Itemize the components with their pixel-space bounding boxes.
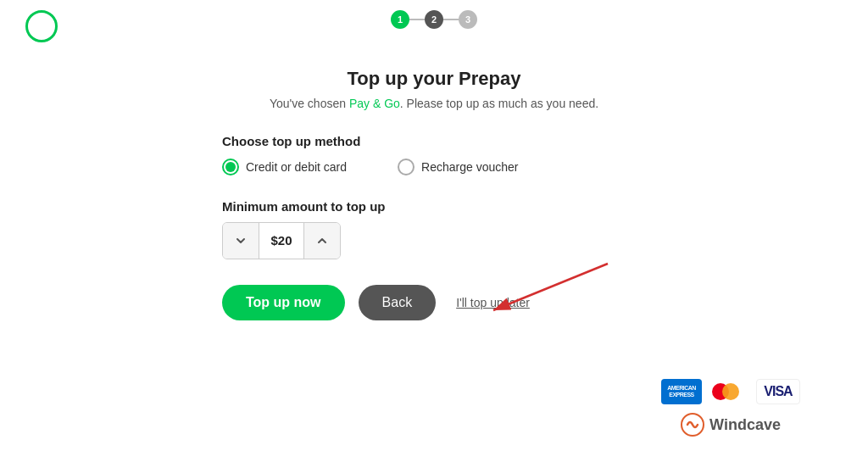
logo-circle bbox=[25, 10, 58, 42]
step-indicator: 1 2 3 bbox=[391, 10, 477, 29]
method-label: Choose top up method bbox=[222, 134, 646, 148]
step-2: 2 bbox=[425, 10, 443, 29]
mastercard-logo bbox=[709, 379, 749, 404]
windcave-text: Windcave bbox=[709, 416, 781, 434]
windcave-icon bbox=[681, 413, 704, 437]
chevron-up-icon bbox=[317, 236, 327, 246]
windcave-logo: Windcave bbox=[681, 413, 781, 437]
amount-stepper: $20 bbox=[222, 222, 341, 259]
visa-text: VISA bbox=[764, 384, 792, 399]
radio-card-label: Credit or debit card bbox=[246, 160, 347, 174]
page-subtitle: You've chosen Pay & Go. Please top up as… bbox=[222, 97, 646, 110]
visa-logo: VISA bbox=[756, 379, 800, 404]
amex-logo: AMERICANEXPRESS bbox=[661, 379, 702, 404]
radio-group: Credit or debit card Recharge voucher bbox=[222, 159, 646, 175]
arrow-annotation bbox=[442, 259, 612, 327]
back-button[interactable]: Back bbox=[359, 285, 437, 320]
button-row: Top up now Back I'll top up later bbox=[222, 285, 646, 320]
step-1: 1 bbox=[391, 10, 409, 29]
increment-button[interactable] bbox=[304, 223, 340, 259]
amount-value: $20 bbox=[259, 223, 304, 259]
page-title: Top up your Prepay bbox=[222, 68, 646, 90]
decrement-button[interactable] bbox=[223, 223, 259, 259]
step-3: 3 bbox=[459, 10, 477, 29]
amount-label: Minimum amount to top up bbox=[222, 199, 646, 214]
main-content: Top up your Prepay You've chosen Pay & G… bbox=[222, 68, 646, 320]
radio-card[interactable]: Credit or debit card bbox=[222, 159, 347, 175]
step-line-1 bbox=[409, 19, 425, 20]
radio-card-inner bbox=[225, 162, 236, 172]
brand-logo bbox=[25, 10, 58, 42]
payment-logos: AMERICANEXPRESS VISA Windcave bbox=[661, 379, 800, 437]
topup-button[interactable]: Top up now bbox=[222, 285, 345, 320]
svg-line-1 bbox=[493, 264, 608, 310]
step-line-2 bbox=[443, 19, 459, 20]
chevron-down-icon bbox=[236, 236, 246, 246]
radio-card-outer bbox=[222, 159, 239, 175]
pay-go-link[interactable]: Pay & Go bbox=[349, 97, 400, 110]
mastercard-right bbox=[722, 383, 739, 400]
radio-voucher-label: Recharge voucher bbox=[421, 160, 518, 174]
radio-voucher-outer bbox=[398, 159, 415, 175]
red-arrow-icon bbox=[442, 259, 612, 327]
radio-voucher[interactable]: Recharge voucher bbox=[398, 159, 518, 175]
card-logos-row: AMERICANEXPRESS VISA bbox=[661, 379, 800, 404]
